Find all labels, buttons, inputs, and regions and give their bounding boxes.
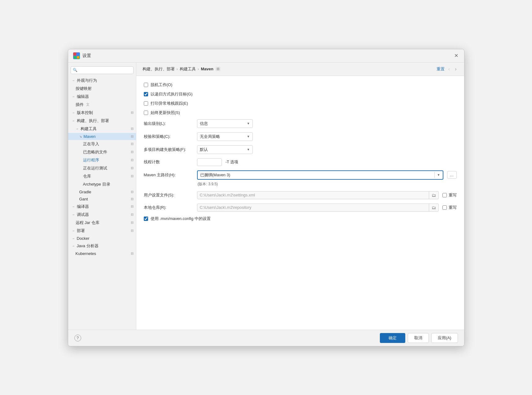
sidebar-item-docker[interactable]: → Docker [68, 235, 136, 242]
maven-home-label: Maven 主路径(H): [144, 172, 193, 178]
close-button[interactable]: ✕ [454, 53, 459, 59]
local-repo-overwrite-checkbox[interactable] [442, 205, 447, 210]
breadcrumb-sep2: › [198, 67, 199, 71]
sidebar-item-label: Gradle [79, 190, 91, 194]
ok-button[interactable]: 确定 [380, 333, 405, 343]
user-settings-overwrite-checkbox[interactable] [442, 193, 447, 197]
sidebar-item-vcs[interactable]: → 版本控制 ⊟ [68, 109, 136, 117]
mvn-config-label[interactable]: 使用 .mvn/maven.config 中的设置 [151, 216, 211, 222]
mvn-config-checkbox[interactable] [144, 217, 148, 221]
sidebar-item-appearance[interactable]: → 外观与行为 [68, 77, 136, 85]
output-level-select[interactable]: 信息 ▼ [197, 119, 253, 128]
sidebar-item-label: Archetype 目录 [83, 182, 110, 187]
sidebar-item-label: 已忽略的文件 [83, 149, 107, 155]
expand-icon: ↘ [79, 135, 82, 138]
sidebar-item-gant[interactable]: Gant ⊟ [68, 195, 136, 203]
print-exception-label[interactable]: 打印异常堆栈跟踪(E) [151, 101, 188, 106]
always-update-checkbox[interactable] [144, 111, 148, 115]
sidebar-item-repos[interactable]: 仓库 ⊟ [68, 172, 136, 180]
sidebar-item-deploy[interactable]: → 部署 ⊟ [68, 227, 136, 235]
breadcrumb-current: Maven [201, 67, 213, 71]
thread-count-label: 线程计数 [144, 159, 193, 165]
offline-checkbox[interactable] [144, 83, 148, 87]
print-exception-checkbox[interactable] [144, 101, 148, 106]
svg-rect-0 [74, 53, 76, 55]
title-bar: 设置 ✕ [68, 49, 464, 63]
maven-version-text: (版本: 3.9.5) [198, 182, 457, 187]
recursive-label[interactable]: 以递归方式执行目标(G) [151, 91, 193, 97]
sidebar-item-label: 编辑器 [77, 94, 89, 99]
local-repo-label: 本地仓库(R): [144, 205, 193, 210]
save-icon: ⊟ [131, 197, 134, 201]
sidebar-item-build-tools[interactable]: → 构建工具 ⊟ [68, 125, 136, 133]
offline-checkbox-row: 脱机工作(O) [144, 82, 457, 88]
sidebar-item-kubernetes[interactable]: Kubernetes ⊟ [68, 250, 136, 257]
save-icon: ⊟ [131, 252, 134, 256]
sidebar-item-label: 运行程序 [83, 157, 99, 163]
sidebar-item-gradle[interactable]: Gradle ⊟ [68, 188, 136, 195]
maven-home-browse-button[interactable]: … [447, 171, 457, 179]
mvn-config-checkbox-row: 使用 .mvn/maven.config 中的设置 [144, 216, 457, 222]
sidebar-item-importing[interactable]: 正在导入 ⊟ [68, 140, 136, 148]
sidebar-item-label: 仓库 [83, 173, 91, 179]
folder-icon[interactable]: 🗂 [429, 204, 438, 211]
user-settings-input-group: C:\Users\Jack\.m2\settings.xml 🗂 [197, 191, 439, 199]
cancel-button[interactable]: 取消 [408, 333, 429, 343]
sidebar-item-label: 调试器 [77, 212, 89, 217]
svg-rect-2 [74, 56, 76, 59]
breadcrumb: 构建、执行、部署 › 构建工具 › Maven ⊟ [143, 66, 221, 72]
sidebar-item-editor[interactable]: → 编辑器 [68, 93, 136, 101]
save-icon: ⊟ [131, 190, 134, 194]
apply-button[interactable]: 应用(A) [431, 333, 458, 343]
fail-strategy-select[interactable]: 默认 ▼ [197, 145, 253, 154]
sidebar-item-keymap[interactable]: 按键映射 [68, 85, 136, 93]
sidebar-item-archetypes[interactable]: Archetype 目录 [68, 180, 136, 188]
reset-link[interactable]: 重置 [437, 66, 445, 72]
dialog-title: 设置 [82, 53, 91, 59]
nav-forward-button[interactable]: › [454, 66, 458, 72]
sidebar-item-runner[interactable]: 运行程序 ⊟ [68, 156, 136, 164]
sidebar-item-running-tests[interactable]: 正在运行测试 ⊟ [68, 164, 136, 172]
sidebar-item-label: 远程 Jar 仓库 [76, 220, 99, 226]
sidebar-item-label: Docker [77, 236, 90, 241]
breadcrumb-sep1: › [177, 67, 178, 71]
nav-back-button[interactable]: ‹ [447, 66, 451, 72]
always-update-checkbox-row: 始终更新快照(S) [144, 110, 457, 116]
thread-count-input[interactable] [197, 158, 222, 166]
sidebar-item-remote-jar[interactable]: 远程 Jar 仓库 ⊟ [68, 219, 136, 227]
sidebar-item-maven[interactable]: ↘ Maven ⊟ [68, 133, 136, 140]
local-repo-overwrite-label[interactable]: 重写 [449, 205, 457, 210]
user-settings-path: C:\Users\Jack\.m2\settings.xml [197, 191, 429, 199]
maven-home-select[interactable]: 已捆绑(Maven 3) ▼ [197, 170, 443, 180]
svg-rect-3 [77, 56, 79, 59]
sidebar-item-ignored-files[interactable]: 已忽略的文件 ⊟ [68, 148, 136, 156]
sidebar-item-java-profiler[interactable]: → Java 分析器 [68, 242, 136, 250]
local-repo-path: C:\Users\Jack\.m2\repository [197, 204, 429, 211]
dialog-body: 🔍 → 外观与行为 按键映射 → 编辑器 插件 文 → 版本控制 [68, 63, 464, 330]
fail-strategy-label: 多项目构建失败策略(F): [144, 147, 193, 152]
expand-icon: → [76, 127, 79, 130]
sidebar-item-debugger[interactable]: → 调试器 ⊟ [68, 211, 136, 219]
sidebar-item-compiler[interactable]: → 编译器 ⊟ [68, 203, 136, 211]
search-icon: 🔍 [73, 68, 77, 72]
search-input[interactable] [71, 66, 134, 74]
sidebar-item-plugins[interactable]: 插件 文 [68, 101, 136, 109]
recursive-checkbox[interactable] [144, 92, 148, 96]
user-settings-overwrite-label[interactable]: 重写 [449, 192, 457, 198]
print-exception-checkbox-row: 打印异常堆栈跟踪(E) [144, 101, 457, 106]
sidebar-item-build[interactable]: → 构建、执行、部署 [68, 117, 136, 125]
check-strategy-select[interactable]: 无全局策略 ▼ [197, 132, 253, 141]
expand-icon: → [72, 111, 75, 114]
check-strategy-row: 校验和策略(C): 无全局策略 ▼ [144, 132, 457, 141]
always-update-label[interactable]: 始终更新快照(S) [151, 110, 180, 116]
recursive-checkbox-row: 以递归方式执行目标(G) [144, 91, 457, 97]
sidebar-item-label: 按键映射 [76, 86, 92, 91]
folder-icon[interactable]: 🗂 [429, 191, 438, 199]
offline-label[interactable]: 脱机工作(O) [151, 82, 173, 88]
save-icon: ⊟ [131, 158, 134, 162]
help-button[interactable]: ? [74, 335, 81, 341]
output-level-label: 输出级别(L): [144, 121, 193, 126]
maven-home-dropdown-btn[interactable]: ▼ [434, 172, 443, 178]
maven-home-row: Maven 主路径(H): 已捆绑(Maven 3) ▼ … [144, 170, 457, 180]
breadcrumb-part2: 构建工具 [180, 66, 196, 72]
